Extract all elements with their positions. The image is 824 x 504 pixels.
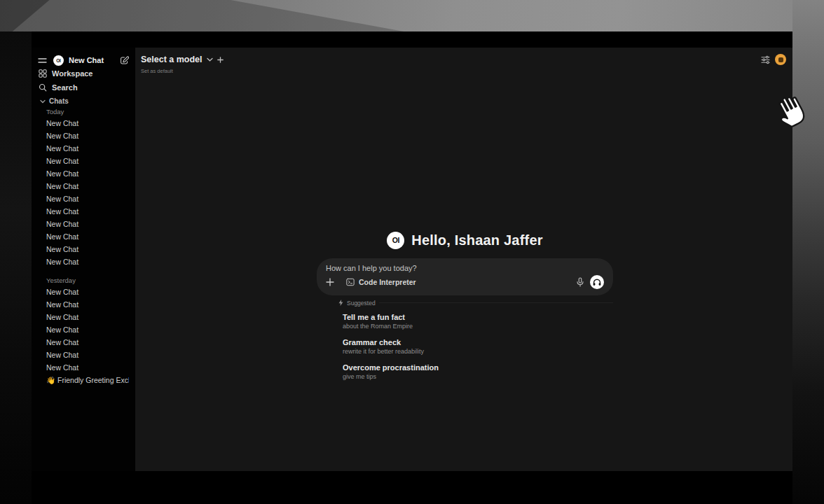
main-area: Select a model Set as default — [135, 48, 792, 471]
chat-group-yesterday: Yesterday New ChatNew ChatNew ChatNew Ch… — [38, 275, 129, 386]
desktop-wallpaper-left — [0, 31, 32, 504]
app-logo: OI — [53, 55, 64, 66]
sidebar-chat-item[interactable]: New Chat — [38, 167, 129, 180]
code-interpreter-label: Code Interpreter — [359, 278, 416, 286]
attach-plus-icon[interactable] — [326, 278, 334, 286]
chats-label: Chats — [49, 97, 69, 105]
sidebar-chat-item[interactable]: 👋 Friendly Greeting Exchange — [38, 374, 129, 386]
message-composer: Code Interpreter — [317, 258, 613, 295]
sidebar-chat-item[interactable]: New Chat — [38, 130, 129, 142]
sidebar-chat-item[interactable]: New Chat — [38, 361, 129, 374]
terminal-icon — [346, 278, 355, 286]
chat-group-today: Today New ChatNew ChatNew ChatNew ChatNe… — [38, 106, 129, 268]
sidebar-header: OI New Chat — [38, 55, 129, 66]
sidebar-chat-item[interactable]: New Chat — [38, 323, 129, 336]
sidebar: OI New Chat Workspace Search — [32, 48, 135, 471]
set-as-default-button[interactable]: Set as default — [141, 68, 786, 74]
sidebar-chat-item[interactable]: New Chat — [38, 180, 129, 192]
code-interpreter-toggle[interactable]: Code Interpreter — [346, 278, 416, 286]
suggestion-item[interactable]: Overcome procrastination give me tips — [343, 362, 613, 382]
search-icon — [39, 83, 47, 92]
main-header: Select a model Set as default — [135, 48, 792, 76]
avatar-image — [778, 57, 783, 62]
settings-sliders-icon[interactable] — [761, 55, 770, 64]
workspace-label: Workspace — [52, 69, 93, 78]
workspace-grid-icon — [39, 69, 47, 78]
sidebar-chat-item[interactable]: New Chat — [38, 230, 129, 243]
search-label: Search — [52, 83, 78, 92]
app-window: OI New Chat Workspace Search — [32, 31, 792, 471]
sidebar-chat-item[interactable]: New Chat — [38, 155, 129, 167]
suggestion-subtitle: rewrite it for better readability — [343, 348, 613, 356]
voice-call-button[interactable] — [590, 275, 604, 289]
bolt-icon — [338, 300, 343, 306]
suggestion-subtitle: give me tips — [343, 373, 613, 381]
sidebar-chat-item[interactable]: New Chat — [38, 192, 129, 205]
chat-group-label: Today — [38, 106, 129, 117]
greeting-text: Hello, Ishaan Jaffer — [411, 232, 542, 248]
chat-group-label: Yesterday — [38, 275, 129, 286]
user-avatar[interactable] — [775, 54, 786, 65]
app-top-strip — [32, 31, 792, 48]
suggestion-item[interactable]: Grammar check rewrite it for better read… — [343, 337, 613, 357]
model-selector[interactable]: Select a model — [141, 55, 202, 64]
new-chat-button[interactable] — [120, 56, 129, 65]
add-model-plus-icon[interactable] — [217, 57, 224, 63]
sidebar-item-workspace[interactable]: Workspace — [38, 66, 129, 80]
sidebar-chat-item[interactable]: New Chat — [38, 349, 129, 361]
suggestion-list: Tell me a fun fact about the Roman Empir… — [317, 312, 613, 382]
suggestion-title: Overcome procrastination — [343, 363, 613, 372]
sidebar-chat-item[interactable]: New Chat — [38, 243, 129, 255]
sidebar-chat-item[interactable]: New Chat — [38, 336, 129, 349]
sidebar-chat-item[interactable]: New Chat — [38, 117, 129, 130]
suggestion-title: Grammar check — [343, 338, 613, 347]
divider — [379, 302, 613, 303]
microphone-icon[interactable] — [577, 277, 584, 287]
sidebar-chat-item[interactable]: New Chat — [38, 142, 129, 155]
greeting: OI Hello, Ishaan Jaffer — [317, 231, 613, 249]
sidebar-title: New Chat — [69, 56, 104, 64]
welcome-block: OI Hello, Ishaan Jaffer Code Inter — [317, 231, 613, 387]
sidebar-chat-item[interactable]: New Chat — [38, 286, 129, 298]
sidebar-chat-item[interactable]: New Chat — [38, 298, 129, 311]
app-logo-large: OI — [387, 232, 404, 249]
sidebar-chat-item[interactable]: New Chat — [38, 311, 129, 323]
suggested-label: Suggested — [347, 300, 376, 307]
sidebar-chat-item[interactable]: New Chat — [38, 255, 129, 268]
chats-section-toggle[interactable]: Chats — [38, 96, 129, 106]
chevron-down-icon — [40, 99, 46, 104]
suggestion-item[interactable]: Tell me a fun fact about the Roman Empir… — [343, 312, 613, 332]
desktop-wallpaper-top — [0, 0, 824, 31]
model-chevron-down-icon[interactable] — [207, 57, 213, 62]
sidebar-item-search[interactable]: Search — [38, 80, 129, 94]
suggestion-subtitle: about the Roman Empire — [343, 323, 613, 330]
suggestion-title: Tell me a fun fact — [343, 313, 613, 322]
desktop-wallpaper-right — [792, 0, 824, 504]
headphones-icon — [593, 279, 601, 286]
suggested-section: Suggested Tell me a fun fact about the R… — [317, 299, 613, 382]
sidebar-toggle-icon[interactable] — [38, 57, 47, 64]
message-input[interactable] — [326, 264, 604, 272]
sidebar-chat-item[interactable]: New Chat — [38, 205, 129, 218]
sidebar-chat-item[interactable]: New Chat — [38, 218, 129, 230]
